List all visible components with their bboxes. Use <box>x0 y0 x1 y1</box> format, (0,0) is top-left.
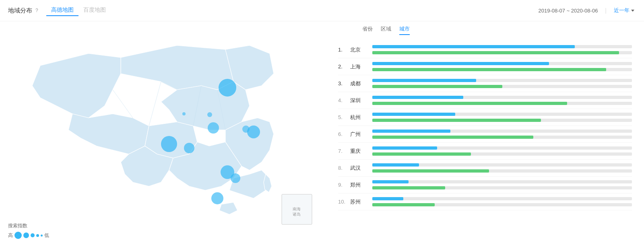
ranking-item: 4. 深圳 <box>338 92 632 109</box>
bar-group <box>372 146 632 156</box>
bar-blue <box>372 180 409 183</box>
page-title: 地域分布 <box>8 7 32 14</box>
city-name: 重庆 <box>350 148 372 155</box>
bar-group <box>372 95 632 106</box>
bar-green <box>372 136 533 139</box>
bar-group <box>372 196 632 207</box>
bar-blue-container <box>372 45 632 48</box>
bar-green <box>372 102 567 105</box>
bar-blue <box>372 163 419 167</box>
dot-1 <box>14 232 22 239</box>
city-name: 武汉 <box>350 165 372 172</box>
bar-green <box>372 85 502 88</box>
rank-number: 7. <box>338 148 350 154</box>
bar-green-container <box>372 68 632 71</box>
map-tab-group: 高德地图 百度地图 <box>46 5 111 16</box>
svg-line-4 <box>149 82 161 126</box>
bar-green-container <box>372 169 632 173</box>
date-range: 2019-08-07 ~ 2020-08-06 <box>539 8 598 14</box>
bar-green-container <box>372 186 632 189</box>
period-selector[interactable]: 近一年 <box>614 7 636 14</box>
city-name: 北京 <box>350 46 372 53</box>
bar-blue <box>372 79 476 82</box>
bar-green <box>372 169 489 173</box>
bubble-zhengzhou <box>207 112 212 117</box>
bar-bg <box>372 197 632 200</box>
bar-blue-container <box>372 197 632 200</box>
tab-region[interactable]: 区域 <box>381 25 391 35</box>
tab-city[interactable]: 城市 <box>399 25 410 35</box>
ranking-item: 8. 武汉 <box>338 160 632 177</box>
bar-green-container <box>372 136 632 139</box>
legend-high: 高 <box>8 232 13 239</box>
ranking-item: 2. 上海 <box>338 58 632 75</box>
bubble-chengdu <box>161 136 177 152</box>
ranking-list: 1. 北京 2. 上海 3. 成都 <box>338 41 632 210</box>
tab-gaode[interactable]: 高德地图 <box>46 5 78 16</box>
city-name: 深圳 <box>350 97 372 104</box>
city-name: 杭州 <box>350 114 372 121</box>
period-label: 近一年 <box>614 7 630 14</box>
bar-green <box>372 51 619 54</box>
svg-text:诸岛: 诸岛 <box>293 212 301 216</box>
bar-green <box>372 152 471 156</box>
rank-number: 8. <box>338 165 350 171</box>
legend-dots: 高 低 <box>8 232 49 239</box>
bar-blue-container <box>372 130 632 133</box>
bar-green-container <box>372 119 632 122</box>
bar-green-container <box>372 51 632 54</box>
help-icon[interactable]: ? <box>35 8 38 13</box>
bar-group <box>372 179 632 190</box>
bar-blue <box>372 130 450 133</box>
map-legend: 搜索指数 高 低 <box>8 222 49 239</box>
rank-number: 5. <box>338 114 350 120</box>
bar-blue-container <box>372 79 632 82</box>
header-right: 2019-08-07 ~ 2020-08-06 | 近一年 <box>539 7 636 14</box>
bubble-beijing <box>219 79 236 97</box>
city-name: 郑州 <box>350 181 372 189</box>
legend-title: 搜索指数 <box>8 222 49 229</box>
bar-group <box>372 163 632 173</box>
bar-group <box>372 129 632 140</box>
bubble-xian <box>182 112 186 115</box>
bar-green-container <box>372 203 632 206</box>
bubble-south <box>211 192 223 204</box>
bar-blue-container <box>372 62 632 65</box>
bar-green <box>372 186 445 189</box>
bar-group <box>372 78 632 89</box>
ranking-item: 1. 北京 <box>338 41 632 58</box>
svg-text:南海: 南海 <box>293 207 301 211</box>
bar-blue-container <box>372 146 632 150</box>
separator: | <box>605 7 607 14</box>
svg-line-3 <box>113 90 133 118</box>
header: 地域分布 ? 高德地图 百度地图 2019-08-07 ~ 2020-08-06… <box>0 0 644 21</box>
bar-blue <box>372 113 455 116</box>
bar-group <box>372 112 632 123</box>
bar-blue-container <box>372 163 632 167</box>
bar-blue-container <box>372 96 632 99</box>
ranking-item: 7. 重庆 <box>338 143 632 160</box>
map-section: 南海 诸岛 搜索指数 高 低 <box>0 21 330 251</box>
dropdown-icon <box>631 10 634 12</box>
page-container: 地域分布 ? 高德地图 百度地图 2019-08-07 ~ 2020-08-06… <box>0 0 644 251</box>
city-name: 广州 <box>350 131 372 138</box>
bar-bg <box>372 180 632 183</box>
bar-blue <box>372 96 463 99</box>
bar-green <box>372 203 435 206</box>
map-container: 南海 诸岛 <box>8 25 322 235</box>
bar-blue <box>372 62 549 65</box>
tab-province[interactable]: 省份 <box>362 25 373 35</box>
bar-green-container <box>372 85 632 88</box>
rank-number: 6. <box>338 131 350 137</box>
content: 南海 诸岛 搜索指数 高 低 <box>0 21 644 251</box>
tab-baidu[interactable]: 百度地图 <box>78 5 111 16</box>
ranking-item: 5. 杭州 <box>338 109 632 126</box>
dot-3 <box>31 233 35 237</box>
ranking-item: 10. 苏州 <box>338 193 632 210</box>
bar-blue-container <box>372 113 632 116</box>
city-name: 上海 <box>350 63 372 70</box>
ranking-item: 3. 成都 <box>338 75 632 92</box>
rank-number: 1. <box>338 47 350 53</box>
rank-number: 4. <box>338 97 350 103</box>
dot-2 <box>23 232 29 238</box>
